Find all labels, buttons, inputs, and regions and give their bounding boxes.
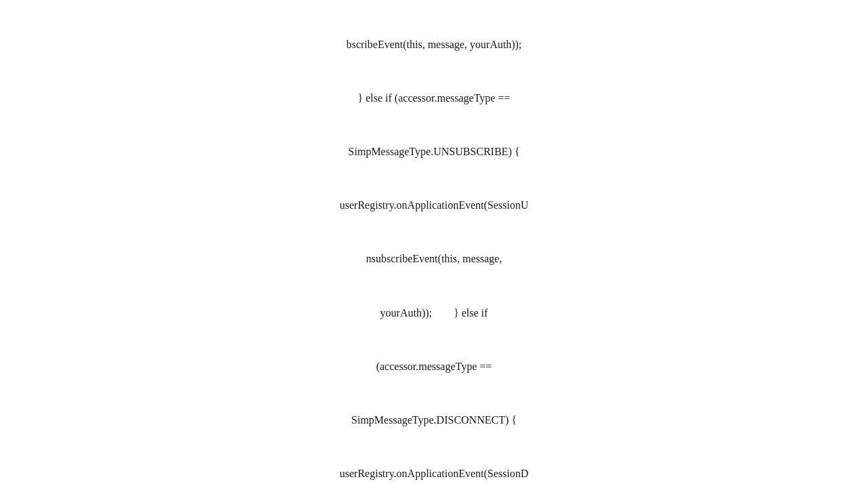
line-1: bscribeEvent(this, message, yourAuth));	[197, 36, 671, 54]
line-7: (accessor.messageType ==	[197, 358, 671, 375]
line-4: userRegistry.onApplicationEvent(SessionU	[197, 197, 671, 214]
line-6: yourAuth)); } else if	[197, 304, 671, 322]
text-block: bscribeEvent(this, message, yourAuth)); …	[197, 0, 671, 488]
code-section: bscribeEvent(this, message, yourAuth)); …	[197, 0, 671, 488]
line-5: nsubscribeEvent(this, message,	[197, 250, 671, 268]
line-2: } else if (accessor.messageType ==	[197, 89, 671, 107]
main-content: bscribeEvent(this, message, yourAuth)); …	[0, 0, 868, 488]
line-8: SimpMessageType.DISCONNECT) {	[197, 411, 671, 429]
line-9: userRegistry.onApplicationEvent(SessionD	[197, 465, 671, 483]
line-3: SimpMessageType.UNSUBSCRIBE) {	[197, 143, 671, 161]
